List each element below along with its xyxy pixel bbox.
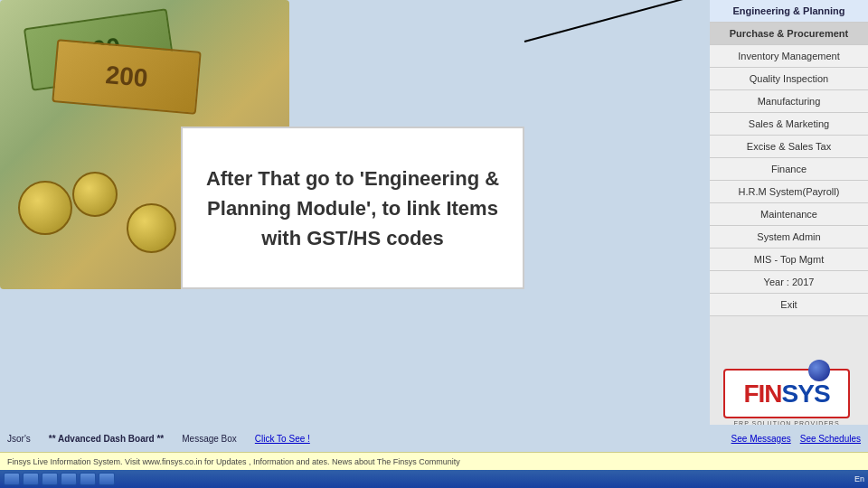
bottom-status-bar: Jsor's ** Advanced Dash Board ** Message… xyxy=(0,425,868,452)
taskbar-right-area: En xyxy=(854,474,864,483)
taskbar-language: En xyxy=(854,474,864,483)
instruction-text: After That go to 'Engineering & Planning… xyxy=(201,164,505,253)
menu-item-sales[interactable]: Sales & Marketing xyxy=(710,113,868,136)
main-content-area: 100 200 After That go to 'Engineering & … xyxy=(0,0,705,434)
menu-item-year: Year : 2017 xyxy=(710,271,868,294)
taskbar-btn-1[interactable] xyxy=(23,473,39,485)
coin-1 xyxy=(18,181,72,235)
taskbar: En xyxy=(0,470,868,488)
logo-ball-icon xyxy=(808,360,830,381)
menu-item-maintenance[interactable]: Maintenance xyxy=(710,203,868,226)
dash-label: ** Advanced Dash Board ** xyxy=(49,434,164,444)
coin-3 xyxy=(127,203,176,253)
logo-sys-text: SYS xyxy=(782,380,830,408)
menu-item-hrm[interactable]: H.R.M System(Payroll) xyxy=(710,181,868,203)
menu-item-sysadmin[interactable]: System Admin xyxy=(710,226,868,249)
message-label: Message Box xyxy=(182,434,237,444)
taskbar-btn-4[interactable] xyxy=(80,473,96,485)
bill-200: 200 xyxy=(52,39,201,115)
see-messages-link[interactable]: See Messages xyxy=(731,434,791,444)
menu-item-engineering[interactable]: Engineering & Planning xyxy=(710,0,868,23)
click-to-see-link[interactable]: Click To See ! xyxy=(255,434,310,444)
menu-item-excise[interactable]: Excise & Sales Tax xyxy=(710,136,868,158)
menu-item-finance[interactable]: Finance xyxy=(710,158,868,181)
menu-item-quality[interactable]: Quality Inspection xyxy=(710,68,868,90)
taskbar-btn-5[interactable] xyxy=(99,473,115,485)
menu-item-inventory[interactable]: Inventory Management xyxy=(710,45,868,68)
menu-item-purchase[interactable]: Purchase & Procurement xyxy=(710,23,868,45)
instruction-text-box: After That go to 'Engineering & Planning… xyxy=(181,127,524,289)
taskbar-btn-2[interactable] xyxy=(42,473,58,485)
menu-item-exit[interactable]: Exit xyxy=(710,294,868,316)
finsys-logo-box: FIN SYS xyxy=(723,369,850,418)
taskbar-start-btn[interactable] xyxy=(4,473,20,485)
taskbar-btn-3[interactable] xyxy=(61,473,77,485)
user-label: Jsor's xyxy=(7,434,31,444)
menu-item-manufacturing[interactable]: Manufacturing xyxy=(710,90,868,113)
see-schedules-link[interactable]: See Schedules xyxy=(800,434,861,444)
bottom-bar-right-links: See Messages See Schedules xyxy=(731,434,861,444)
menu-item-mis[interactable]: MIS - Top Mgmt xyxy=(710,249,868,271)
logo-fin-text: FIN xyxy=(743,380,781,408)
finsys-logo-area: FIN SYS ERP SOLUTION PROVIDERS xyxy=(714,361,859,434)
info-ticker: Finsys Live Information System. Visit ww… xyxy=(0,452,868,470)
ticker-text: Finsys Live Information System. Visit ww… xyxy=(7,457,460,466)
coin-2 xyxy=(72,172,118,217)
arrow-pointer xyxy=(524,0,705,42)
